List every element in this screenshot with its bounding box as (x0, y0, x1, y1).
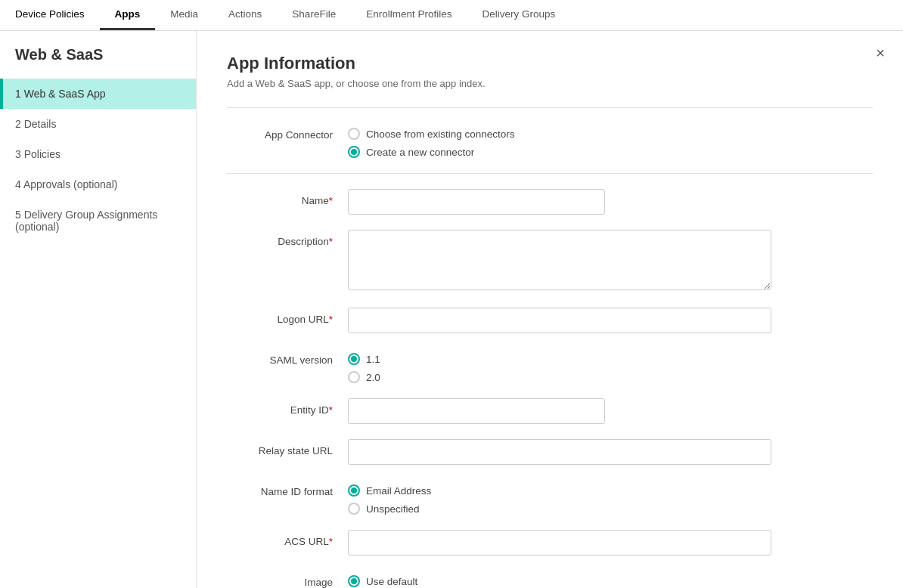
nav-item-device-policies[interactable]: Device Policies (0, 0, 100, 30)
form-section: App Connector Choose from existing conne… (227, 107, 873, 588)
top-navigation: Device PoliciesAppsMediaActionsShareFile… (0, 0, 903, 31)
name-input[interactable] (348, 189, 605, 215)
relay-state-url-label: Relay state URL (227, 439, 348, 456)
entity-id-required-marker: * (329, 404, 333, 416)
nav-item-actions[interactable]: Actions (213, 0, 277, 30)
saml-version-row: SAML version 1.1 2.0 (227, 348, 873, 383)
description-row: Description* (227, 230, 873, 292)
logon-url-control (348, 308, 771, 333)
image-default-radio[interactable] (348, 575, 360, 587)
saml-11-radio[interactable] (348, 353, 360, 365)
logon-url-input[interactable] (348, 308, 771, 333)
logon-url-row: Logon URL* (227, 308, 873, 333)
name-id-email-radio[interactable] (348, 484, 360, 497)
image-default-label: Use default (366, 576, 417, 587)
form-divider-1 (227, 173, 873, 174)
description-label: Description* (227, 230, 348, 247)
name-row: Name* (227, 189, 873, 215)
nav-item-apps[interactable]: Apps (100, 0, 156, 30)
image-label: Image (227, 571, 348, 588)
image-options: Use default Upload your own app image (348, 571, 873, 588)
entity-id-control (348, 398, 873, 424)
entity-id-input[interactable] (348, 398, 605, 424)
saml-20-option[interactable]: 2.0 (348, 371, 873, 383)
main-layout: Web & SaaS 1 Web & SaaS App2 Details3 Po… (0, 31, 903, 588)
description-control (348, 230, 771, 292)
sidebar-item-4[interactable]: 4 Approvals (optional) (0, 169, 196, 200)
logon-url-required-marker: * (329, 314, 333, 325)
saml-20-label: 2.0 (366, 372, 380, 383)
name-id-unspecified-label: Unspecified (366, 503, 420, 515)
name-control (348, 189, 873, 215)
image-default-option[interactable]: Use default (348, 575, 873, 587)
logon-url-label: Logon URL* (227, 308, 348, 325)
saml-20-radio[interactable] (348, 371, 360, 383)
saml-11-label: 1.1 (366, 354, 380, 365)
acs-url-required-marker: * (329, 536, 333, 547)
name-id-unspecified-option[interactable]: Unspecified (348, 503, 873, 515)
saml-version-label: SAML version (227, 348, 348, 366)
app-connector-options: Choose from existing connectors Create a… (348, 123, 873, 158)
relay-state-url-row: Relay state URL (227, 439, 873, 465)
sidebar-title: Web & SaaS (0, 46, 196, 79)
image-row: Image Use default Upload your own app im… (227, 571, 873, 588)
app-connector-row: App Connector Choose from existing conne… (227, 123, 873, 158)
name-id-format-row: Name ID format Email Address Unspecified (227, 480, 873, 515)
sidebar-item-5[interactable]: 5 Delivery Group Assignments (optional) (0, 200, 196, 242)
entity-id-label: Entity ID* (227, 398, 348, 416)
acs-url-input[interactable] (348, 530, 771, 556)
saml-radio-group: 1.1 2.0 (348, 348, 873, 383)
acs-url-control (348, 530, 771, 556)
saml-version-options: 1.1 2.0 (348, 348, 873, 383)
name-id-email-label: Email Address (366, 485, 431, 497)
sidebar-item-2[interactable]: 2 Details (0, 109, 196, 139)
connector-new-label: Create a new connector (366, 147, 474, 158)
sidebar-item-3[interactable]: 3 Policies (0, 139, 196, 169)
connector-new-option[interactable]: Create a new connector (348, 146, 873, 158)
name-id-unspecified-radio[interactable] (348, 503, 360, 515)
connector-radio-group: Choose from existing connectors Create a… (348, 123, 873, 158)
description-input[interactable] (348, 230, 771, 290)
connector-existing-label: Choose from existing connectors (366, 128, 515, 140)
entity-id-row: Entity ID* (227, 398, 873, 424)
name-id-format-label: Name ID format (227, 480, 348, 497)
description-required-marker: * (329, 236, 333, 247)
relay-state-url-input[interactable] (348, 439, 771, 465)
acs-url-row: ACS URL* (227, 530, 873, 556)
relay-state-url-control (348, 439, 771, 465)
nav-item-delivery-groups[interactable]: Delivery Groups (467, 0, 570, 30)
image-radio-group: Use default Upload your own app image (348, 571, 873, 588)
app-connector-label: App Connector (227, 123, 348, 141)
connector-existing-radio[interactable] (348, 128, 360, 140)
sidebar: Web & SaaS 1 Web & SaaS App2 Details3 Po… (0, 31, 197, 588)
saml-11-option[interactable]: 1.1 (348, 353, 873, 365)
nav-item-enrollment-profiles[interactable]: Enrollment Profiles (351, 0, 467, 30)
connector-existing-option[interactable]: Choose from existing connectors (348, 128, 873, 140)
name-id-email-option[interactable]: Email Address (348, 484, 873, 497)
name-id-radio-group: Email Address Unspecified (348, 480, 873, 515)
nav-item-sharefile[interactable]: ShareFile (277, 0, 351, 30)
connector-new-radio[interactable] (348, 146, 360, 158)
content-area: × App Information Add a Web & SaaS app, … (197, 31, 903, 588)
name-id-format-options: Email Address Unspecified (348, 480, 873, 515)
name-label: Name* (227, 189, 348, 206)
content-header: App Information Add a Web & SaaS app, or… (227, 54, 873, 89)
page-subtitle: Add a Web & SaaS app, or choose one from… (227, 78, 873, 89)
page-title: App Information (227, 54, 873, 73)
acs-url-label: ACS URL* (227, 530, 348, 547)
nav-item-media[interactable]: Media (155, 0, 213, 30)
close-button[interactable]: × (876, 45, 885, 62)
name-required-marker: * (329, 195, 333, 206)
sidebar-item-1[interactable]: 1 Web & SaaS App (0, 79, 196, 109)
